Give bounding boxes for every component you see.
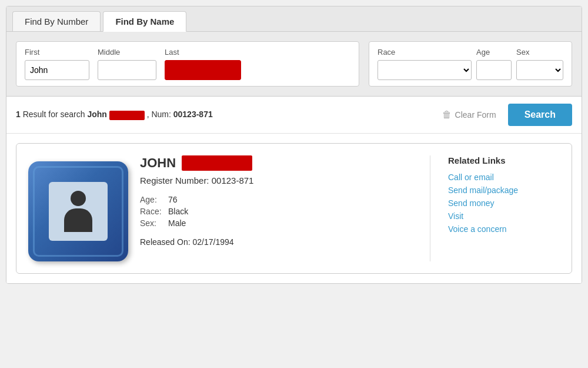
- last-field-group: Last: [165, 48, 241, 80]
- person-head: [71, 191, 86, 206]
- register-value: 00123-871: [212, 175, 254, 185]
- detail-table: Age: 76 Race: Black Sex: Male: [140, 195, 418, 228]
- race-val: Black: [168, 207, 188, 216]
- avatar-column: [28, 155, 128, 261]
- first-label: First: [25, 48, 89, 57]
- name-fields-group: First Middle Last: [16, 41, 359, 87]
- sex-val: Male: [168, 218, 186, 228]
- clear-form-button[interactable]: 🗑 Clear Form: [436, 106, 502, 124]
- released-label: Released On:: [140, 237, 191, 247]
- sex-label: Sex: [516, 48, 563, 57]
- last-label: Last: [165, 48, 241, 57]
- race-filter-group: Race Black White Hispanic Asian Other: [377, 48, 472, 80]
- result-card: JOHN Register Number: 00123-871 Age: 76 …: [16, 143, 572, 274]
- avatar-inner: [49, 182, 108, 241]
- search-form: First Middle Last Race Bl: [6, 32, 582, 97]
- link-voice-concern[interactable]: Voice a concern: [448, 224, 560, 234]
- clear-form-label: Clear Form: [455, 110, 496, 120]
- race-key: Race:: [140, 207, 163, 216]
- inmate-first-name: JOHN: [140, 155, 176, 171]
- tab-bar: Find By Number Find By Name: [6, 6, 582, 32]
- filter-fields-group: Race Black White Hispanic Asian Other Ag…: [369, 41, 572, 87]
- related-links-title: Related Links: [448, 155, 560, 165]
- avatar-cube: [28, 161, 128, 261]
- released-value: 02/17/1994: [193, 237, 234, 247]
- link-send-mail[interactable]: Send mail/package: [448, 185, 560, 195]
- results-summary: 1 Result for search John , Num: 00123-87…: [16, 110, 430, 120]
- tab-find-by-name[interactable]: Find By Name: [103, 11, 186, 32]
- middle-label: Middle: [98, 48, 156, 57]
- avatar: [28, 161, 128, 261]
- num-label: , Num:: [147, 110, 171, 119]
- sex-key: Sex:: [140, 218, 163, 228]
- search-num-value: 00123-871: [173, 110, 213, 119]
- released-on: Released On: 02/17/1994: [140, 237, 418, 247]
- main-container: Find By Number Find By Name First Middle…: [6, 6, 582, 284]
- register-number: Register Number: 00123-871: [140, 175, 418, 185]
- search-first-name: John: [87, 110, 106, 119]
- link-call-email[interactable]: Call or email: [448, 173, 560, 182]
- related-links-list: Call or email Send mail/package Send mon…: [448, 173, 560, 234]
- person-silhouette: [61, 191, 96, 232]
- age-label: Age: [476, 48, 512, 57]
- middle-input[interactable]: [98, 60, 156, 80]
- search-last-name-redacted: [109, 111, 145, 120]
- register-label: Register Number:: [140, 175, 209, 185]
- results-area: JOHN Register Number: 00123-871 Age: 76 …: [6, 134, 582, 283]
- age-key: Age:: [140, 195, 163, 204]
- last-input[interactable]: [165, 60, 241, 80]
- race-label: Race: [377, 48, 472, 57]
- age-input[interactable]: [476, 60, 512, 80]
- inmate-name: JOHN: [140, 155, 418, 171]
- link-visit[interactable]: Visit: [448, 211, 560, 221]
- result-label: Result for search: [23, 110, 88, 119]
- first-field-group: First: [25, 48, 89, 80]
- sex-row: Sex: Male: [140, 218, 418, 228]
- info-column: JOHN Register Number: 00123-871 Age: 76 …: [140, 155, 430, 261]
- search-button[interactable]: Search: [508, 104, 572, 126]
- age-val: 76: [168, 195, 178, 204]
- race-select[interactable]: Black White Hispanic Asian Other: [377, 60, 472, 80]
- related-links-column: Related Links Call or email Send mail/pa…: [442, 155, 560, 261]
- race-row: Race: Black: [140, 207, 418, 216]
- inmate-last-name-redacted: [182, 155, 252, 171]
- middle-field-group: Middle: [98, 48, 156, 80]
- person-body: [64, 208, 92, 232]
- link-send-money[interactable]: Send money: [448, 198, 560, 208]
- sex-select[interactable]: Male Female: [516, 60, 563, 80]
- age-row: Age: 76: [140, 195, 418, 204]
- sex-filter-group: Sex Male Female: [516, 48, 563, 80]
- results-bar: 1 Result for search John , Num: 00123-87…: [6, 97, 582, 134]
- first-input[interactable]: [25, 60, 89, 80]
- age-filter-group: Age: [476, 48, 512, 80]
- tab-find-by-number[interactable]: Find By Number: [12, 11, 101, 31]
- results-count: 1: [16, 110, 21, 119]
- trash-icon: 🗑: [442, 110, 452, 120]
